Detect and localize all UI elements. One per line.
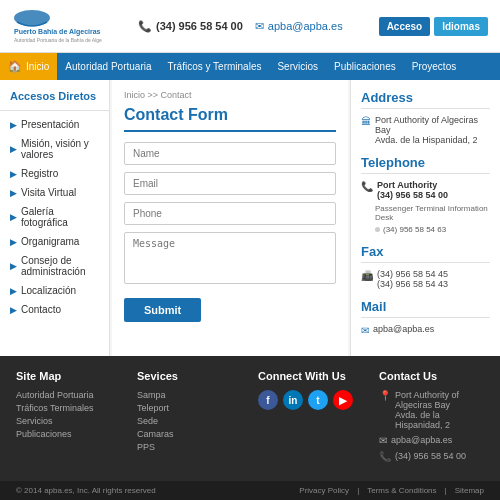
nav-label-traficos: Tráficos y Terminales xyxy=(168,61,262,72)
footer-bottom: © 2014 apba.es, Inc. All rights reserved… xyxy=(0,481,500,500)
footer-phone-text: (34) 956 58 54 00 xyxy=(395,451,466,461)
home-icon: 🏠 xyxy=(8,60,22,73)
sidebar-item-registro[interactable]: ▶ Registro xyxy=(0,164,109,183)
mail-section: Mail ✉ apba@apba.es xyxy=(361,299,490,336)
facebook-icon[interactable]: f xyxy=(258,390,278,410)
footer-separator-2: | xyxy=(445,486,447,495)
telephone-section: Telephone 📞 Port Authority (34) 956 58 5… xyxy=(361,155,490,234)
footer-link-autoridad[interactable]: Autoridad Portuaria xyxy=(16,390,121,400)
acceso-button[interactable]: Acceso xyxy=(379,17,431,36)
footer-link-sampa[interactable]: Sampa xyxy=(137,390,242,400)
sidebar-label-localizacion: Localización xyxy=(21,285,76,296)
building-icon: 🏛 xyxy=(361,116,371,127)
sidebar-item-visita[interactable]: ▶ Visita Virtual xyxy=(0,183,109,202)
mail-icon: ✉ xyxy=(361,325,369,336)
header-phone-number: (34) 956 58 54 00 xyxy=(156,20,243,32)
footer-link-sede[interactable]: Sede xyxy=(137,416,242,426)
footer-link-teleport[interactable]: Teleport xyxy=(137,403,242,413)
mail-email: apba@apba.es xyxy=(373,324,434,334)
fax-section: Fax 📠 (34) 956 58 54 45 (34) 956 58 54 4… xyxy=(361,244,490,289)
phone-footer-icon: 📞 xyxy=(379,451,391,462)
youtube-icon[interactable]: ▶ xyxy=(333,390,353,410)
chevron-right-icon: ▶ xyxy=(10,305,17,315)
sidebar-item-presentacion[interactable]: ▶ Presentación xyxy=(0,115,109,134)
telephone-main-row: 📞 Port Authority (34) 956 58 54 00 xyxy=(361,180,490,200)
footer-link-publicaciones[interactable]: Publicaciones xyxy=(16,429,121,439)
header-phone: 📞 (34) 956 58 54 00 xyxy=(138,20,243,33)
nav-item-proyectos[interactable]: Proyectos xyxy=(404,53,464,80)
nav-item-inicio[interactable]: 🏠 Inicio xyxy=(0,53,57,80)
nav-item-publicaciones[interactable]: Publicaciones xyxy=(326,53,404,80)
nav-item-traficos[interactable]: Tráficos y Terminales xyxy=(160,53,270,80)
email-icon: ✉ xyxy=(255,20,264,33)
chevron-right-icon: ▶ xyxy=(10,261,17,271)
fax-row: 📠 (34) 956 58 54 45 (34) 956 58 54 43 xyxy=(361,269,490,289)
chevron-right-icon: ▶ xyxy=(10,286,17,296)
footer-sitemap-col: Site Map Autoridad Portuaria Tráficos Te… xyxy=(16,370,121,467)
footer-bottom-links: Privacy Policy | Terms & Conditions | Si… xyxy=(299,486,484,495)
sidebar-item-galeria[interactable]: ▶ Galería fotográfica xyxy=(0,202,109,232)
nav-label-servicios: Servicios xyxy=(277,61,318,72)
address-row: 🏛 Port Authority of Algeciras BayAvda. d… xyxy=(361,115,490,145)
footer-separator-1: | xyxy=(357,486,359,495)
telephone-title: Telephone xyxy=(361,155,490,174)
footer-social-title: Connect With Us xyxy=(258,370,363,382)
nav-item-autoridad[interactable]: Autoridad Portuaria xyxy=(57,53,159,80)
footer-phone-row: 📞 (34) 956 58 54 00 xyxy=(379,451,484,462)
header-contact: 📞 (34) 956 58 54 00 ✉ apba@apba.es xyxy=(102,20,379,33)
header-email[interactable]: ✉ apba@apba.es xyxy=(255,20,343,33)
svg-text:Puerto Bahía de Algeciras: Puerto Bahía de Algeciras xyxy=(14,28,101,36)
phone-input[interactable] xyxy=(124,202,336,225)
sidebar-item-consejo[interactable]: ▶ Consejo de administración xyxy=(0,251,109,281)
sidebar: Accesos Diretos ▶ Presentación ▶ Misión,… xyxy=(0,80,110,356)
address-text: Port Authority of Algeciras BayAvda. de … xyxy=(375,115,490,145)
sidebar-item-localizacion[interactable]: ▶ Localización xyxy=(0,281,109,300)
social-icons: f in t ▶ xyxy=(258,390,363,410)
nav-label-inicio: Inicio xyxy=(26,61,49,72)
sidebar-item-mision[interactable]: ▶ Misión, visión y valores xyxy=(0,134,109,164)
svg-text:Autoridad Portuaria de la Bahí: Autoridad Portuaria de la Bahía de Algec… xyxy=(14,37,102,43)
logo-area: Puerto Bahía de Algeciras Autoridad Port… xyxy=(12,8,102,44)
mail-row: ✉ apba@apba.es xyxy=(361,324,490,336)
email-input[interactable] xyxy=(124,172,336,195)
sidebar-label-consejo: Consejo de administración xyxy=(21,255,99,277)
nav-label-publicaciones: Publicaciones xyxy=(334,61,396,72)
message-input[interactable] xyxy=(124,232,336,284)
sidebar-title: Accesos Diretos xyxy=(0,90,109,111)
address-title: Address xyxy=(361,90,490,109)
main-nav: 🏠 Inicio Autoridad Portuaria Tráficos y … xyxy=(0,53,500,80)
footer-address-row: 📍 Port Authority of Algeciras Bay Avda. … xyxy=(379,390,484,430)
nav-label-proyectos: Proyectos xyxy=(412,61,456,72)
privacy-link[interactable]: Privacy Policy xyxy=(299,486,349,495)
twitter-icon[interactable]: t xyxy=(308,390,328,410)
fax-icon: 📠 xyxy=(361,270,373,281)
breadcrumb: Inicio >> Contact xyxy=(124,90,336,100)
sidebar-label-organigrama: Organigrama xyxy=(21,236,79,247)
chevron-right-icon: ▶ xyxy=(10,188,17,198)
chevron-right-icon: ▶ xyxy=(10,237,17,247)
sidebar-item-organigrama[interactable]: ▶ Organigrama xyxy=(0,232,109,251)
header-email-address: apba@apba.es xyxy=(268,20,343,32)
copyright-text: © 2014 apba.es, Inc. All rights reserved xyxy=(16,486,156,495)
sidebar-item-contacto[interactable]: ▶ Contacto xyxy=(0,300,109,319)
sitemap-link[interactable]: Sitemap xyxy=(455,486,484,495)
footer-services-col: Sevices Sampa Teleport Sede Camaras PPS xyxy=(137,370,242,467)
chevron-right-icon: ▶ xyxy=(10,144,17,154)
logo-image: Puerto Bahía de Algeciras Autoridad Port… xyxy=(12,8,102,44)
name-input[interactable] xyxy=(124,142,336,165)
sidebar-label-galeria: Galería fotográfica xyxy=(21,206,99,228)
footer-services-title: Sevices xyxy=(137,370,242,382)
footer-link-servicios[interactable]: Servicios xyxy=(16,416,121,426)
main-content: Accesos Diretos ▶ Presentación ▶ Misión,… xyxy=(0,80,500,356)
footer-link-camaras[interactable]: Camaras xyxy=(137,429,242,439)
chevron-right-icon: ▶ xyxy=(10,169,17,179)
page-title: Contact Form xyxy=(124,106,336,132)
footer-link-pps[interactable]: PPS xyxy=(137,442,242,452)
phone-icon: 📞 xyxy=(361,181,373,192)
linkedin-icon[interactable]: in xyxy=(283,390,303,410)
footer-link-traficos[interactable]: Tráficos Terminales xyxy=(16,403,121,413)
nav-item-servicios[interactable]: Servicios xyxy=(269,53,326,80)
terms-link[interactable]: Terms & Conditions xyxy=(367,486,436,495)
idiomas-button[interactable]: Idiomas xyxy=(434,17,488,36)
submit-button[interactable]: Submit xyxy=(124,298,201,322)
